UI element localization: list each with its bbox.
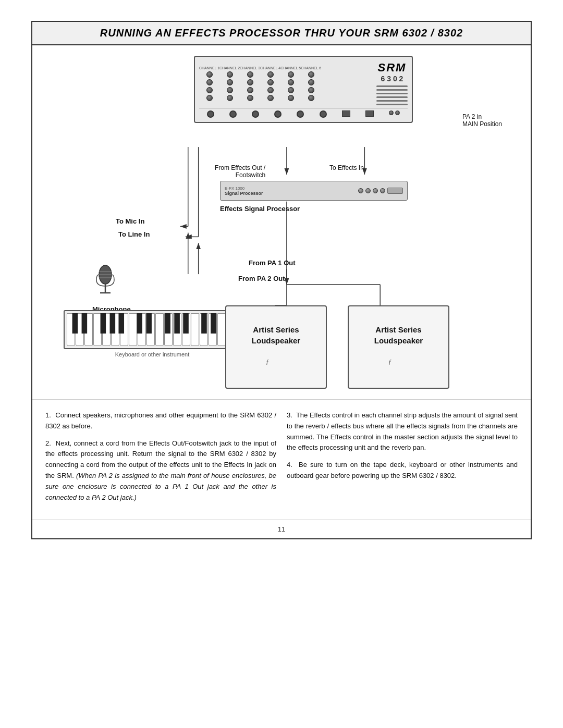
ch4-knob-4: [267, 95, 274, 101]
ch2-knob-2: [227, 79, 233, 85]
channel-4-label: CHANNEL 4: [260, 66, 280, 70]
efx-model-text: E-FX 1000: [225, 186, 263, 191]
mixer-header: CHANNEL 1 CHANNEL 2: [199, 61, 408, 106]
efx-knob-1: [358, 188, 363, 193]
to-mic-in-label: To Mic In: [116, 217, 144, 225]
effects-signal-processor-label: Effects Signal Processor: [220, 205, 408, 213]
svg-text:ƒ: ƒ: [266, 358, 269, 365]
channel-5-label: CHANNEL 5: [280, 66, 301, 70]
fader-line-4: [376, 96, 408, 98]
ch5-knob-1: [288, 71, 294, 78]
speaker1-logo: ƒ: [266, 356, 287, 370]
ch3-knob-3: [247, 87, 253, 93]
ch6-knob-1: [308, 71, 314, 78]
ch5-knob-3: [288, 87, 294, 93]
fader-line-3: [376, 93, 408, 94]
efx-controls: [358, 188, 403, 194]
from-effects-out-label: From Effects Out / Footswitch: [215, 164, 265, 179]
body-section: 1. Connect speakers, microphones and oth…: [32, 400, 531, 520]
efx-knob-3: [373, 188, 378, 193]
title-bar: RUNNING AN EFFECTS PROCESSOR THRU YOUR S…: [32, 22, 531, 45]
from-pa1-out-label: From PA 1 Out: [249, 259, 296, 267]
speaker2-logo: ƒ: [388, 356, 409, 370]
svg-text:ƒ: ƒ: [388, 358, 391, 365]
srm-logo: SRM: [378, 61, 407, 75]
ch1-knob-2: [206, 79, 213, 85]
diagram-section: CHANNEL 1 CHANNEL 2: [32, 45, 531, 400]
to-effects-in-label: To Effects In: [329, 164, 364, 171]
efx-meter: [387, 188, 403, 194]
channel-strip-4: CHANNEL 4: [260, 66, 280, 101]
from-pa2-out-label: From PA 2 Out: [238, 275, 285, 282]
body-p2: 2. Next, connect a cord from the Effects…: [45, 438, 276, 503]
pa2-main-text: MAIN Position: [462, 120, 502, 128]
fader-line-5: [376, 100, 408, 102]
mixer-ports-row: [199, 108, 408, 118]
efx-area: E-FX 1000 Signal Processor Effects Signa…: [220, 181, 408, 213]
svg-rect-31: [174, 313, 180, 334]
ch4-knob-1: [267, 71, 274, 78]
svg-rect-29: [146, 313, 152, 334]
port-4: [274, 110, 282, 118]
ch3-knob-1: [247, 71, 253, 78]
body-p4: 4. Be sure to turn on the tape deck, key…: [287, 460, 518, 482]
efx-logo-area: E-FX 1000 Signal Processor: [225, 186, 263, 196]
ch3-knob-2: [247, 79, 253, 85]
page-container: RUNNING AN EFFECTS PROCESSOR THRU YOUR S…: [31, 21, 532, 539]
channel-strip-6: CHANNEL 6: [301, 66, 321, 101]
fader-line-1: [376, 85, 408, 87]
efx-knob-4: [380, 188, 385, 193]
microphone-icon: [92, 264, 118, 301]
efx-box: E-FX 1000 Signal Processor: [220, 181, 408, 201]
to-line-in-label: To Line In: [118, 230, 150, 238]
port-cluster: [389, 110, 400, 118]
port-1: [207, 110, 214, 118]
channel-1-label: CHANNEL 1: [199, 66, 219, 70]
port-rect-1: [342, 110, 350, 117]
speakers-area: Artist Series Loudspeaker ƒ Artist Serie…: [225, 305, 449, 389]
port-6: [320, 110, 327, 118]
fender-logo-2: ƒ: [388, 356, 409, 367]
ch6-knob-3: [308, 87, 314, 93]
speaker2-title: Artist Series Loudspeaker: [374, 324, 423, 346]
body-left-col: 1. Connect speakers, microphones and oth…: [45, 410, 276, 509]
keyboard-area: Keyboard or other instrument: [64, 310, 241, 357]
body-right-col: 3. The Effects control in each channel s…: [287, 410, 518, 509]
fader-line-6: [376, 104, 408, 105]
port-rect-2: [365, 110, 374, 117]
body-p1: 1. Connect speakers, microphones and oth…: [45, 410, 276, 432]
speaker-box-1: Artist Series Loudspeaker ƒ: [225, 305, 327, 389]
ch2-knob-1: [227, 71, 233, 78]
pa2-in-text: PA 2 in: [462, 113, 502, 120]
ch4-knob-2: [267, 79, 274, 85]
efx-knob-2: [365, 188, 371, 193]
channel-strip-5: CHANNEL 5: [280, 66, 301, 101]
svg-rect-26: [110, 313, 116, 334]
ch5-knob-4: [288, 95, 294, 101]
fender-logo-1: ƒ: [266, 356, 287, 367]
page-title: RUNNING AN EFFECTS PROCESSOR THRU YOUR S…: [43, 27, 520, 39]
channel-strip-2: CHANNEL 2: [219, 66, 240, 101]
ch6-knob-4: [308, 95, 314, 101]
pa2-position-label: PA 2 in MAIN Position: [462, 113, 502, 128]
cluster-knob-1: [389, 110, 394, 115]
svg-rect-27: [118, 313, 124, 334]
channel-strip-1: CHANNEL 1: [199, 66, 219, 101]
ch5-knob-2: [288, 79, 294, 85]
page-number: 11: [32, 520, 531, 538]
svg-rect-32: [183, 313, 189, 334]
fader-line-2: [376, 89, 408, 91]
black-keys-svg: [67, 313, 238, 334]
keyboard-label: Keyboard or other instrument: [64, 351, 241, 357]
keyboard-box: [64, 310, 241, 349]
cluster-knob-2: [395, 110, 400, 115]
svg-rect-34: [211, 313, 216, 334]
svg-rect-24: [82, 313, 88, 334]
channel-strip-3: CHANNEL 3: [240, 66, 260, 101]
speaker-box-2: Artist Series Loudspeaker ƒ: [348, 305, 449, 389]
channel-6-label: CHANNEL 6: [301, 66, 321, 70]
ch1-knob-4: [206, 95, 213, 101]
svg-rect-23: [72, 313, 78, 334]
mixer-area: CHANNEL 1 CHANNEL 2: [178, 56, 429, 123]
srm-model: 6 3 0 2: [381, 75, 403, 83]
